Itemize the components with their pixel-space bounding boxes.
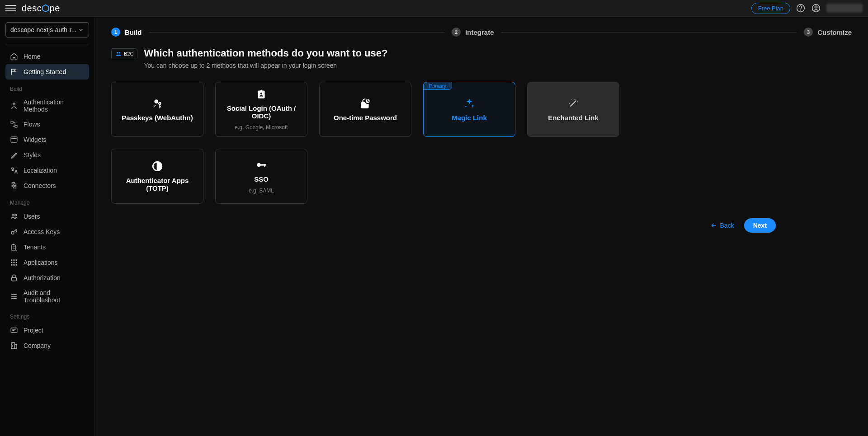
next-button[interactable]: Next <box>744 218 776 233</box>
svg-rect-7 <box>11 137 17 142</box>
sidebar-item-auth-methods[interactable]: Authentication Methods <box>5 95 89 117</box>
sidebar-item-label: Tenants <box>24 244 46 251</box>
step-label: Build <box>125 28 142 36</box>
sidebar-item-connectors[interactable]: Connectors <box>5 178 89 193</box>
svg-rect-16 <box>16 262 17 263</box>
svg-rect-33 <box>264 164 265 167</box>
user-badge[interactable] <box>826 4 863 13</box>
descope-logo: desc⬡pe <box>22 3 60 14</box>
svg-rect-13 <box>16 259 17 261</box>
lock-icon <box>10 274 18 282</box>
flag-icon <box>10 68 18 76</box>
free-plan-button[interactable]: Free Plan <box>751 3 790 14</box>
home-icon <box>10 52 18 61</box>
flow-icon <box>10 120 18 128</box>
step-number: 2 <box>452 28 461 37</box>
sidebar-item-project[interactable]: Project <box>5 323 89 338</box>
project-selector[interactable]: descope-nextjs-auth-r... <box>5 22 89 38</box>
step-label: Customize <box>817 28 852 36</box>
svg-rect-14 <box>11 262 12 263</box>
svg-rect-32 <box>260 164 266 165</box>
sidebar-item-access-keys[interactable]: Access Keys <box>5 224 89 239</box>
main-content: 1 Build 2 Integrate 3 Customize B2C Whic… <box>95 17 868 436</box>
page-title: Which authentication methods do you want… <box>144 47 387 59</box>
sidebar-item-users[interactable]: Users <box>5 209 89 224</box>
sidebar-item-widgets[interactable]: Widgets <box>5 132 89 147</box>
svg-point-10 <box>11 231 14 234</box>
b2c-chip[interactable]: B2C <box>111 48 137 59</box>
sidebar-section-settings: Settings <box>5 307 89 323</box>
sidebar-item-audit[interactable]: Audit and Troubleshoot <box>5 286 89 307</box>
users-icon <box>10 212 18 220</box>
card-title: Enchanted Link <box>548 114 599 122</box>
wand-icon <box>567 98 579 109</box>
list-icon <box>10 292 18 300</box>
extension-icon <box>10 182 18 190</box>
help-icon[interactable] <box>796 3 806 13</box>
svg-rect-12 <box>14 259 15 261</box>
sidebar-item-localization[interactable]: Localization <box>5 163 89 178</box>
sidebar-item-label: Styles <box>24 151 41 159</box>
back-button[interactable]: Back <box>704 218 741 233</box>
sidebar-item-label: Users <box>24 213 40 220</box>
brush-icon <box>10 151 18 159</box>
clock-lock-icon <box>359 98 371 109</box>
step-build[interactable]: 1 Build <box>111 28 142 37</box>
building-icon <box>10 243 18 251</box>
card-subtitle: e.g. Google, Microsoft <box>235 124 288 131</box>
sidebar-item-authorization[interactable]: Authorization <box>5 270 89 286</box>
step-customize[interactable]: 3 Customize <box>804 28 852 37</box>
svg-rect-19 <box>16 264 17 266</box>
svg-point-9 <box>15 214 17 216</box>
sidebar-item-flows[interactable]: Flows <box>5 117 89 132</box>
arrow-left-icon <box>710 222 717 229</box>
svg-rect-11 <box>11 259 12 261</box>
sidebar-item-label: Widgets <box>24 136 47 143</box>
menu-icon[interactable] <box>5 3 16 14</box>
auth-card-sso[interactable]: SSO e.g. SAML <box>215 149 307 204</box>
card-subtitle: e.g. SAML <box>249 188 274 194</box>
sidebar-section-manage: Manage <box>5 193 89 209</box>
passkey-icon <box>151 98 163 109</box>
sidebar-item-company[interactable]: Company <box>5 338 89 353</box>
auth-card-enchanted-link[interactable]: Enchanted Link <box>527 82 619 137</box>
timelapse-icon <box>151 160 163 172</box>
svg-point-25 <box>155 99 159 103</box>
step-label: Integrate <box>465 28 494 36</box>
auth-card-magic-link[interactable]: Primary Magic Link <box>423 82 515 137</box>
sidebar-item-tenants[interactable]: Tenants <box>5 239 89 255</box>
svg-rect-17 <box>11 264 12 266</box>
step-divider <box>501 32 797 33</box>
auth-card-totp[interactable]: Authenticator Apps (TOTP) <box>111 149 203 204</box>
auth-card-social[interactable]: Social Login (OAuth / OIDC) e.g. Google,… <box>215 82 307 137</box>
sidebar-item-label: Connectors <box>24 182 56 189</box>
sidebar: descope-nextjs-auth-r... Home Getting St… <box>0 17 95 436</box>
card-title: Magic Link <box>452 114 487 122</box>
auth-card-otp[interactable]: One-time Password <box>319 82 411 137</box>
card-title: Authenticator Apps (TOTP) <box>116 177 198 192</box>
sidebar-item-label: Flows <box>24 121 40 128</box>
id-card-icon <box>255 88 267 100</box>
account-icon[interactable] <box>811 3 821 13</box>
folder-icon <box>10 326 18 334</box>
sidebar-item-label: Home <box>24 53 40 60</box>
back-button-label: Back <box>720 222 734 229</box>
svg-point-24 <box>119 52 121 54</box>
page-subtitle: You can choose up to 2 methods that will… <box>144 62 387 69</box>
project-selector-label: descope-nextjs-auth-r... <box>10 26 78 33</box>
wizard-stepper: 1 Build 2 Integrate 3 Customize <box>111 28 852 37</box>
sidebar-item-label: Applications <box>24 259 58 266</box>
auth-card-passkeys[interactable]: Passkeys (WebAuthn) <box>111 82 203 137</box>
sidebar-item-getting-started[interactable]: Getting Started <box>5 64 89 80</box>
svg-rect-15 <box>14 262 15 263</box>
sidebar-item-home[interactable]: Home <box>5 49 89 64</box>
svg-point-8 <box>12 214 14 216</box>
key-sso-icon <box>255 159 267 171</box>
svg-point-23 <box>117 52 118 54</box>
sidebar-item-applications[interactable]: Applications <box>5 255 89 270</box>
step-integrate[interactable]: 2 Integrate <box>452 28 494 37</box>
sidebar-item-styles[interactable]: Styles <box>5 147 89 163</box>
card-title: SSO <box>254 175 269 183</box>
step-divider <box>149 32 445 33</box>
sidebar-item-label: Getting Started <box>24 68 66 75</box>
